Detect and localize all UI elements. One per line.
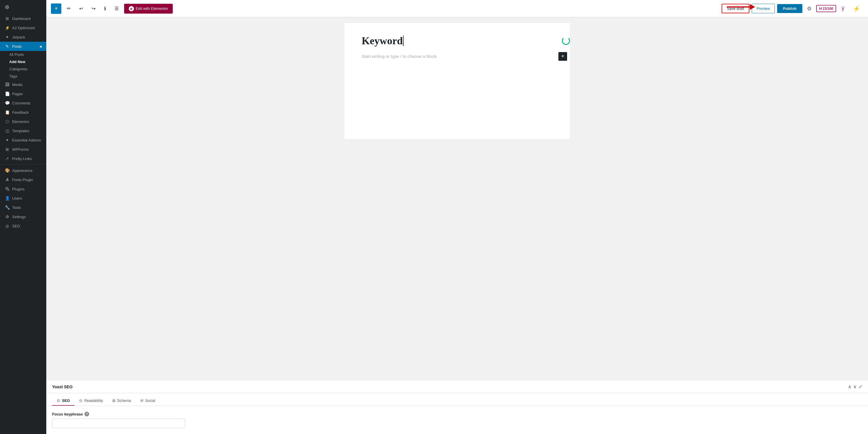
yoast-seo-panel: Yoast SEO ∧ ∨ ⤢ SEO Readability [46,380,868,434]
sidebar-item-comments[interactable]: 💬 Comments [0,98,46,107]
sidebar-item-elementor[interactable]: ⬡ Elementor [0,117,46,126]
media-icon: 🖼 [5,82,10,87]
sidebar-item-fonts-plugin[interactable]: A Fonts Plugin [0,175,46,184]
bolt-button[interactable]: ⚡ [850,3,863,14]
sidebar-subitem-all-posts[interactable]: All Posts [0,51,46,58]
publish-button[interactable]: Publish [777,4,802,13]
elementor-btn-icon: e [129,6,134,11]
sidebar-item-label: Elementor [12,120,29,124]
sidebar-item-seo[interactable]: ◎ SEO [0,221,46,230]
plus-icon: + [561,53,564,60]
list-view-button[interactable]: ☰ [112,4,122,13]
sidebar-subitem-categories[interactable]: Categories [0,65,46,73]
yoast-fullscreen-button[interactable]: ⤢ [859,384,862,390]
yoast-panel-controls: ∧ ∨ ⤢ [848,384,862,390]
yoast-icon-button[interactable]: ÿ [838,3,847,13]
appearance-icon: 🎨 [5,168,10,173]
elementor-icon: ⬡ [5,119,10,124]
yoast-score-badge[interactable]: H 23/100 [816,5,836,12]
sidebar-item-posts[interactable]: ✎ Posts ◀ [0,42,46,51]
redo-button[interactable]: ↪ [89,4,99,13]
sidebar-item-plugins[interactable]: 🔌 Plugins [0,184,46,193]
focus-keyphrase-text: Focus keyphrase [52,412,83,416]
tab-schema[interactable]: ⊞ Schema [107,396,136,406]
pretty-links-icon: ↗ [5,156,10,161]
sidebar-item-feedback[interactable]: 📋 Feedback [0,107,46,117]
posts-arrow: ◀ [39,45,42,48]
feedback-icon: 📋 [5,110,10,115]
a2-icon: ⚡ [5,26,10,30]
settings-gear-button[interactable]: ⚙ [805,4,814,13]
yoast-expand-button[interactable]: ∨ [853,384,857,390]
sidebar-item-label: Dashboard [12,17,31,21]
inline-add-block-button[interactable]: + [558,52,567,61]
sidebar-subitem-add-new[interactable]: Add New [0,58,46,65]
yoast-h-icon: H [819,6,822,11]
sidebar-item-jetpack[interactable]: ✦ Jetpack [0,32,46,42]
sidebar-item-label: Pretty Links [12,157,32,161]
sidebar-item-tools[interactable]: 🔧 Tools [0,203,46,212]
focus-keyphrase-input[interactable] [52,418,185,428]
wp-logo-icon: ⊕ [5,3,9,10]
sidebar-item-label: Templates [12,129,29,133]
tab-readability-label: Readability [84,398,103,403]
title-cursor [403,36,404,46]
undo-button[interactable]: ↩ [76,4,86,13]
help-icon[interactable]: ? [85,412,89,416]
undo-icon: ↩ [79,6,83,11]
add-block-button[interactable]: + [51,3,61,14]
yoast-collapse-button[interactable]: ∧ [848,384,851,390]
sidebar-item-label: Tools [12,206,21,210]
yoast-panel-title: Yoast SEO [52,384,73,389]
sidebar-subitem-tags[interactable]: Tags [0,73,46,80]
sidebar-item-appearance[interactable]: 🎨 Appearance [0,166,46,175]
sidebar-item-wpforms[interactable]: ⊞ WPForms [0,145,46,154]
sidebar-item-a2-optimized[interactable]: ⚡ A2 Optimized [0,23,46,32]
sidebar-item-users[interactable]: 👤 Users [0,193,46,203]
save-draft-button[interactable]: Save draft [722,4,749,13]
expand-icon: ⤢ [859,384,862,389]
sidebar-item-label: Feedback [12,110,29,115]
sidebar-item-pretty-links[interactable]: ↗ Pretty Links [0,154,46,163]
sidebar-item-media[interactable]: 🖼 Media [0,80,46,89]
sidebar-item-templates[interactable]: ◫ Templates [0,126,46,135]
tab-readability[interactable]: Readability [74,396,107,406]
placeholder-text: Start writing or type / to choose a bloc… [362,54,436,59]
readability-dot [79,399,83,402]
edit-tool-button[interactable]: ✏ [64,4,74,13]
sidebar-item-label: WPForms [12,147,29,152]
sidebar: ⊕ ⊞ Dashboard ⚡ A2 Optimized ✦ Jetpack ✎… [0,0,46,434]
sidebar-item-label: Plugins [12,187,25,191]
tab-seo[interactable]: SEO [52,396,74,406]
posts-icon: ✎ [5,44,10,49]
focus-keyphrase-label: Focus keyphrase ? [52,412,862,416]
social-share-icon: ⇄ [140,398,144,403]
essential-addons-icon: ✦ [5,138,10,142]
yoast-score-value: 23/100 [823,7,833,11]
schema-grid-icon: ⊞ [112,398,116,403]
sidebar-item-dashboard[interactable]: ⊞ Dashboard [0,14,46,23]
seo-dot [57,399,60,402]
tab-seo-label: SEO [62,398,70,403]
sidebar-item-settings[interactable]: ⚙ Settings [0,212,46,221]
fonts-icon: A [5,177,10,182]
editor-placeholder[interactable]: Start writing or type / to choose a bloc… [362,54,553,59]
sidebar-item-label: Jetpack [12,35,25,39]
preview-button[interactable]: Preview [752,4,775,13]
post-title[interactable]: Keyword [362,35,553,47]
info-button[interactable]: ℹ [101,4,109,13]
yoast-panel-body: Focus keyphrase ? [46,406,868,434]
edit-with-elementor-button[interactable]: e Edit with Elementor [124,4,173,13]
gear-icon: ⚙ [807,6,812,11]
yoast-tabs: SEO Readability ⊞ Schema ⇄ Social [46,393,868,406]
yoast-y-icon: ÿ [842,5,844,11]
sidebar-item-label: Users [12,196,22,200]
sidebar-item-label: Settings [12,215,26,219]
tab-social[interactable]: ⇄ Social [136,396,160,406]
sidebar-item-essential-addons[interactable]: ✦ Essential Addons [0,135,46,145]
pages-icon: 📄 [5,91,10,96]
sidebar-item-label: SEO [12,224,20,228]
sidebar-item-label: Appearance [12,168,32,173]
sidebar-item-pages[interactable]: 📄 Pages [0,89,46,98]
yoast-panel-header[interactable]: Yoast SEO ∧ ∨ ⤢ [46,380,868,393]
